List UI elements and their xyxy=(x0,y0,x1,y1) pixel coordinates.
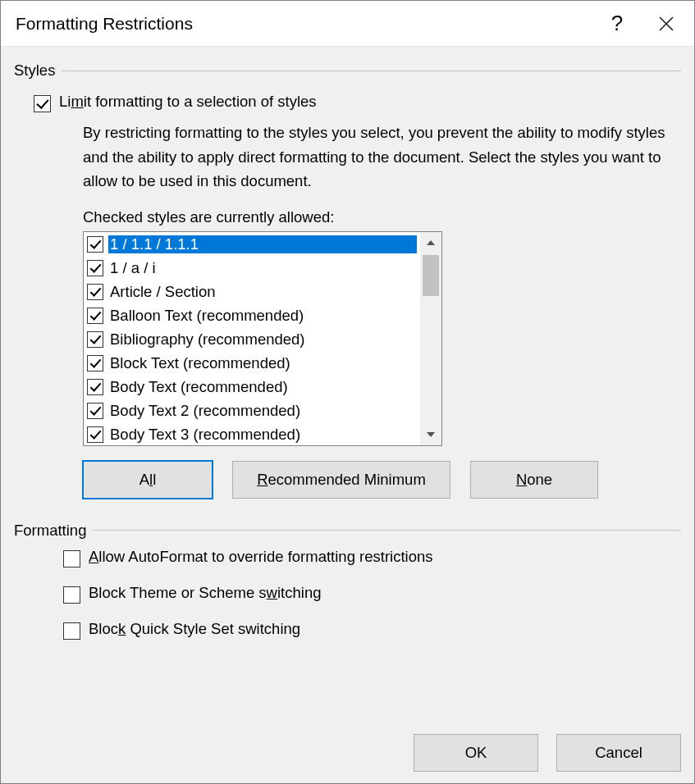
limit-formatting-checkbox-row[interactable]: Limit formatting to a selection of style… xyxy=(34,93,681,112)
block-quickstyle-checkbox[interactable] xyxy=(63,622,80,640)
style-item-checkbox[interactable] xyxy=(87,379,103,395)
allow-autoformat-checkbox[interactable] xyxy=(63,550,80,567)
style-list-item[interactable]: Block Text (recommended) xyxy=(84,351,420,375)
ok-button[interactable]: OK xyxy=(414,734,538,772)
style-list-item[interactable]: Body Text (recommended) xyxy=(84,375,420,399)
style-item-label: Balloon Text (recommended) xyxy=(110,307,304,324)
scroll-down-icon[interactable] xyxy=(420,424,441,445)
style-list-item[interactable]: Article / Section xyxy=(84,280,420,303)
limit-formatting-label: Limit formatting to a selection of style… xyxy=(59,93,317,111)
block-quickstyle-label: Block Quick Style Set switching xyxy=(89,620,300,638)
recommended-minimum-button[interactable]: Recommended Minimum xyxy=(232,461,450,499)
style-item-label: Bibliography (recommended) xyxy=(110,330,305,348)
style-item-checkbox[interactable] xyxy=(87,284,103,300)
style-item-label: Body Text 2 (recommended) xyxy=(110,402,300,419)
style-item-checkbox[interactable] xyxy=(87,426,103,443)
block-theme-row[interactable]: Block Theme or Scheme switching xyxy=(63,584,681,604)
style-item-label: 1 / a / i xyxy=(110,259,156,276)
style-item-label: Article / Section xyxy=(110,283,216,300)
styles-listbox[interactable]: 1 / 1.1 / 1.1.11 / a / iArticle / Sectio… xyxy=(83,231,442,446)
style-list-item[interactable]: 1 / a / i xyxy=(84,256,420,280)
dialog-footer: OK Cancel xyxy=(14,726,681,772)
style-item-checkbox[interactable] xyxy=(87,403,103,419)
style-list-item[interactable]: Bibliography (recommended) xyxy=(84,327,420,351)
scroll-up-icon[interactable] xyxy=(420,232,441,253)
all-button[interactable]: All xyxy=(83,461,213,499)
formatting-restrictions-dialog: Formatting Restrictions ? Styles Limit f… xyxy=(0,0,695,784)
close-button[interactable] xyxy=(642,1,691,47)
styles-group-label: Styles xyxy=(14,62,681,80)
style-item-checkbox[interactable] xyxy=(87,260,103,276)
allow-autoformat-label: Allow AutoFormat to override formatting … xyxy=(89,548,433,566)
formatting-group-label: Formatting xyxy=(14,522,681,540)
style-item-checkbox[interactable] xyxy=(87,236,103,253)
titlebar: Formatting Restrictions ? xyxy=(1,1,694,47)
style-item-checkbox[interactable] xyxy=(87,331,103,348)
restriction-description: By restricting formatting to the styles … xyxy=(83,121,681,194)
help-button[interactable]: ? xyxy=(592,1,642,47)
cancel-button[interactable]: Cancel xyxy=(556,734,681,772)
block-theme-label: Block Theme or Scheme switching xyxy=(89,584,321,602)
style-item-checkbox[interactable] xyxy=(87,355,103,371)
style-item-label: 1 / 1.1 / 1.1.1 xyxy=(110,235,199,253)
style-item-label: Block Text (recommended) xyxy=(110,354,290,371)
allow-autoformat-row[interactable]: Allow AutoFormat to override formatting … xyxy=(63,548,681,567)
checked-styles-label: Checked styles are currently allowed: xyxy=(83,208,681,226)
block-quickstyle-row[interactable]: Block Quick Style Set switching xyxy=(63,620,681,640)
none-button[interactable]: None xyxy=(470,461,598,499)
style-list-item[interactable]: 1 / 1.1 / 1.1.1 xyxy=(84,232,420,256)
style-item-label: Body Text 3 (recommended) xyxy=(110,426,300,443)
limit-formatting-checkbox[interactable] xyxy=(34,95,51,112)
style-item-label: Body Text (recommended) xyxy=(110,378,288,395)
style-list-item[interactable]: Balloon Text (recommended) xyxy=(84,303,420,327)
style-list-item[interactable]: Body Text 2 (recommended) xyxy=(84,399,420,422)
styles-scrollbar[interactable] xyxy=(420,232,441,445)
block-theme-checkbox[interactable] xyxy=(63,586,80,604)
style-item-checkbox[interactable] xyxy=(87,308,103,324)
dialog-title: Formatting Restrictions xyxy=(16,14,592,34)
scroll-thumb[interactable] xyxy=(423,255,439,296)
style-list-item[interactable]: Body Text 3 (recommended) xyxy=(84,422,420,445)
style-buttons-row: All Recommended Minimum None xyxy=(83,461,681,499)
